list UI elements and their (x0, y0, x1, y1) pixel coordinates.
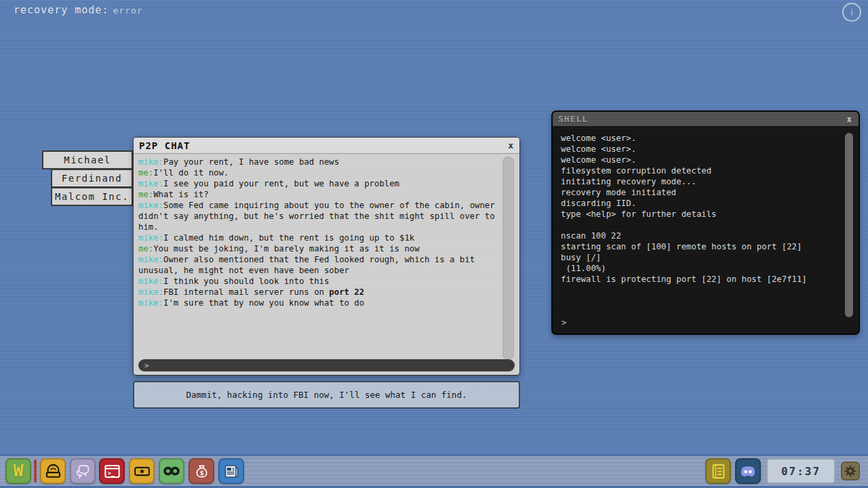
infinity-icon[interactable] (159, 458, 184, 484)
chat-message: me:You must be joking, I'm barely making… (138, 243, 503, 254)
shell-output-line: welcome <user>. (561, 144, 840, 155)
contact-tab-malcom-inc[interactable]: Malcom Inc. (51, 187, 133, 206)
info-icon[interactable]: i (842, 3, 861, 22)
svg-text:$: $ (199, 469, 203, 476)
money-bag-glyph: $ (193, 462, 211, 481)
shell-output-line: discarding IID. (561, 198, 840, 209)
chat-sender-prefix: me: (138, 190, 153, 199)
ticket-icon[interactable] (129, 458, 155, 484)
terminal-glyph: >_ (103, 462, 121, 481)
infinity-glyph (162, 462, 181, 481)
gear-glyph (843, 464, 858, 479)
shell-input-prompt[interactable]: > (561, 318, 566, 327)
discord-glyph (738, 461, 758, 481)
shell-output-line (561, 220, 840, 230)
shell-output-line: nscan 100 22 (561, 230, 840, 241)
shell-close-icon[interactable]: x (840, 115, 859, 124)
chat-message-list: mike:Pay your rent, I have some bad news… (134, 153, 519, 357)
chat-sender-prefix: mike: (138, 233, 163, 243)
newspaper-glyph (222, 462, 241, 481)
shell-output-line: filesystem corruption detected (561, 165, 840, 176)
chat-sender-prefix: mike: (138, 179, 163, 188)
chat-sender-prefix: mike: (138, 298, 163, 308)
shell-scrollbar[interactable] (845, 133, 853, 317)
shell-output-line: (11.00%) (561, 263, 840, 274)
player-speech-bar: Dammit, hacking into FBI now, I'll see w… (133, 381, 520, 409)
chat-message: mike:Owner also mentioned that the Fed l… (138, 254, 503, 276)
w-glyph: W (14, 462, 23, 481)
recovery-mode-value: error (113, 5, 142, 16)
notebook-icon[interactable] (705, 458, 731, 484)
shell-output-line: welcome <user>. (561, 133, 840, 144)
chat-sender-prefix: mike: (138, 157, 163, 167)
chat-sender-prefix: mike: (138, 277, 163, 286)
recovery-status: recovery mode: error (14, 4, 143, 16)
shell-output-line: initiating recovery mode... (561, 176, 840, 187)
shell-output-line: firewall is protecting port [22] on host… (561, 274, 840, 285)
ticket-glyph (133, 462, 151, 481)
p2p-chat-window: P2P CHAT x mike:Pay your rent, I have so… (133, 137, 520, 375)
shell-window: SHELL x welcome <user>.welcome <user>.we… (551, 110, 860, 335)
chat-input[interactable]: > (138, 359, 515, 371)
chat-bubbles-glyph (74, 462, 92, 481)
contact-tab-michael[interactable]: Michael (42, 150, 133, 169)
terminal-icon[interactable]: >_ (99, 458, 125, 484)
contact-tab-ferdinand[interactable]: Ferdinand (51, 169, 133, 188)
chat-titlebar[interactable]: P2P CHAT x (134, 138, 519, 154)
chat-message: mike:I calmed him down, but the rent is … (138, 232, 503, 243)
shell-output: welcome <user>.welcome <user>.welcome <u… (553, 126, 859, 333)
game-desktop: recovery mode: error i MichaelFerdinandM… (0, 0, 868, 488)
recovery-mode-label: recovery mode: (14, 4, 108, 16)
shell-output-line: starting scan of [100] remote hosts on p… (561, 241, 840, 252)
money-bag-icon[interactable]: $ (189, 458, 214, 484)
chat-sender-prefix: me: (138, 244, 153, 253)
chat-window-title: P2P CHAT (134, 140, 190, 151)
clock-text: 07:37 (781, 465, 821, 478)
taskbar-divider (34, 460, 37, 483)
shell-output-line: welcome <user>. (561, 155, 840, 165)
shell-window-title: SHELL (553, 114, 588, 124)
chat-sender-prefix: mike: (138, 255, 163, 264)
notebook-glyph (709, 462, 728, 481)
shell-output-line: recovery mode initiated (561, 187, 840, 198)
newspaper-icon[interactable] (218, 458, 244, 484)
shell-output-line: busy [/] (561, 252, 840, 263)
w-app-icon[interactable]: W (5, 458, 31, 484)
chat-message: mike:Some Fed came inquiring about you t… (138, 200, 503, 232)
chat-message: mike:FBI internal mail server runs on po… (138, 287, 503, 298)
discord-icon[interactable] (735, 458, 761, 484)
chat-message: me:I'll do it now. (138, 167, 503, 178)
svg-text:>_: >_ (107, 469, 115, 476)
chat-message: me:What is it? (138, 189, 503, 200)
chat-sender-prefix: mike: (138, 287, 163, 297)
taskbar-clock: 07:37 (766, 458, 835, 484)
chat-sender-prefix: mike: (138, 201, 163, 210)
shell-output-line: type <help> for further details (561, 209, 840, 220)
hard-drive-glyph (44, 462, 62, 481)
chat-message: mike:I think you should look into this (138, 276, 503, 287)
chat-message: mike:Pay your rent, I have some bad news (138, 157, 503, 167)
chat-bubbles-icon[interactable] (70, 458, 96, 484)
chat-sender-prefix: me: (138, 168, 153, 178)
chat-close-icon[interactable]: x (502, 140, 519, 150)
chat-message: mike:I see you paid your rent, but we ha… (138, 178, 503, 189)
chat-input-prompt: > (144, 361, 149, 370)
chat-message: mike:I'm sure that by now you know what … (138, 298, 503, 308)
player-speech-text: Dammit, hacking into FBI now, I'll see w… (186, 390, 467, 400)
shell-titlebar[interactable]: SHELL x (553, 112, 859, 127)
hard-drive-icon[interactable] (40, 458, 66, 484)
chat-scrollbar[interactable] (502, 157, 514, 360)
settings-gear-icon[interactable] (841, 462, 860, 481)
